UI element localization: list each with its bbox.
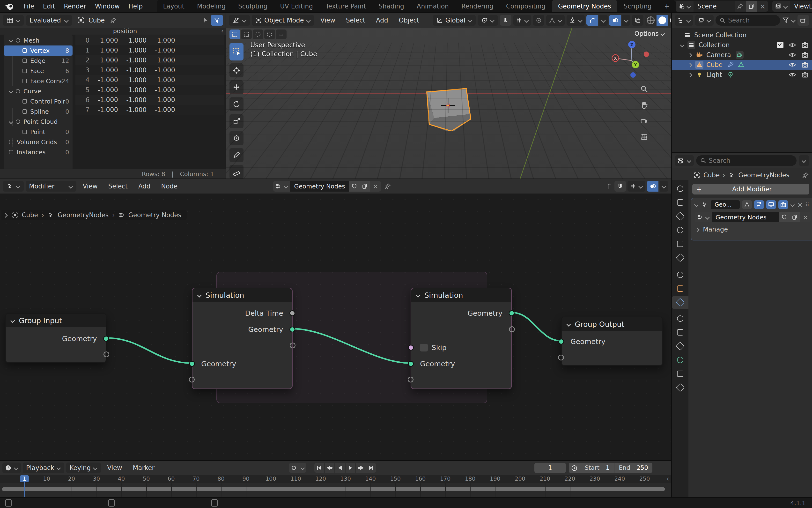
properties-tab-output[interactable] xyxy=(672,210,688,223)
tool-annotate[interactable] xyxy=(229,148,243,162)
tool-select-box[interactable] xyxy=(229,43,243,60)
tool-measure[interactable] xyxy=(229,165,243,179)
jump-to-end-button[interactable] xyxy=(366,463,376,473)
breadcrumb-modifier[interactable]: GeometryNodes xyxy=(738,171,789,179)
properties-tab-scene[interactable] xyxy=(672,237,688,250)
node-menu-view[interactable]: View xyxy=(78,183,102,190)
outliner-filter-mode-button[interactable] xyxy=(695,15,714,26)
select-mode-circle[interactable] xyxy=(253,30,263,39)
viewport-menu-object[interactable]: Object xyxy=(394,17,424,24)
snap-toggle-button[interactable] xyxy=(500,15,511,26)
node-collapse-icon[interactable] xyxy=(416,293,420,297)
zoom-view-button[interactable] xyxy=(638,83,650,95)
menu-file[interactable]: File xyxy=(19,3,39,10)
next-keyframe-button[interactable] xyxy=(356,463,366,473)
properties-tab-material[interactable] xyxy=(672,367,688,380)
viewport-menu-view[interactable]: View xyxy=(316,17,340,24)
go-to-parent-icon[interactable] xyxy=(606,183,613,190)
outliner-item-light[interactable]: Light xyxy=(672,70,812,80)
navigation-gizmo[interactable]: Z X Y xyxy=(611,39,652,80)
hide-eye-icon[interactable] xyxy=(789,51,796,58)
input-socket-skip[interactable] xyxy=(408,345,414,350)
viewport-menu-add[interactable]: Add xyxy=(372,17,393,24)
node-group-name-field[interactable]: Geometry Nodes xyxy=(712,212,779,222)
expand-icon[interactable] xyxy=(680,43,685,47)
play-reverse-button[interactable] xyxy=(335,463,345,473)
keying-menu[interactable]: Keying xyxy=(66,463,101,473)
node-simulation-output[interactable]: Simulation Geometry Skip Geometry xyxy=(411,288,512,389)
collapse-region-icon[interactable]: ‹ xyxy=(667,475,669,482)
modifier-render-toggle[interactable] xyxy=(778,200,788,209)
select-mode-lasso[interactable] xyxy=(264,30,275,39)
node-simulation-input[interactable]: Simulation Delta Time Geometry Geometry xyxy=(192,288,292,389)
properties-tab-texture[interactable] xyxy=(672,381,688,394)
viewport-menu-select[interactable]: Select xyxy=(342,17,370,24)
input-socket-geometry[interactable] xyxy=(189,361,195,367)
node-group-browse-button[interactable] xyxy=(273,181,290,192)
viewport-3d[interactable]: Object Mode View Select Add Object Globa… xyxy=(226,12,675,179)
outliner-funnel-dropdown[interactable] xyxy=(791,18,796,22)
tree-item-volume-grids[interactable]: Volume Grids0 xyxy=(4,137,73,147)
outliner-item-scene-collection[interactable]: Scene Collection xyxy=(672,30,812,40)
cube-object[interactable] xyxy=(419,73,483,131)
scene-browse-button[interactable] xyxy=(676,1,693,12)
tree-item-point-cloud[interactable]: Point Cloud xyxy=(4,117,73,127)
auto-keying-toggle[interactable] xyxy=(289,463,299,473)
fake-user-toggle[interactable] xyxy=(779,212,790,222)
viewport-editor-type-button[interactable] xyxy=(229,15,250,26)
current-frame-field[interactable]: 1 xyxy=(534,463,566,473)
properties-tab-object[interactable] xyxy=(672,282,688,295)
output-socket-geometry[interactable] xyxy=(103,336,109,342)
node-menu-add[interactable]: Add xyxy=(134,183,155,190)
render-visibility-icon[interactable] xyxy=(801,51,809,58)
path-collapse-icon[interactable] xyxy=(4,213,8,217)
node-group-browse-button[interactable] xyxy=(695,212,712,222)
node-collapse-icon[interactable] xyxy=(567,323,571,326)
modifier-drag-handle[interactable]: ⠿ xyxy=(805,202,810,208)
hide-eye-icon[interactable] xyxy=(789,71,796,78)
node-canvas[interactable]: Cube › GeometryNodes › Geometry Nodes Gr… xyxy=(0,194,671,461)
gizmo-z-neg[interactable] xyxy=(630,72,636,78)
select-mode-pick[interactable] xyxy=(276,30,286,39)
modifier-remove-button[interactable]: × xyxy=(797,201,803,209)
overlays-toggle[interactable] xyxy=(609,15,621,26)
timeline-ruler[interactable]: 1 ‹ 102030405060708090100110120130140150… xyxy=(0,475,671,483)
visibility-select[interactable] xyxy=(567,15,585,26)
auto-keying-dropdown[interactable] xyxy=(299,463,306,473)
input-socket-geometry[interactable] xyxy=(558,339,564,344)
tree-item-vertex[interactable]: Vertex8 xyxy=(4,45,73,56)
node-group-output[interactable]: Group Output Geometry xyxy=(561,316,663,366)
select-mode-tweak[interactable] xyxy=(229,30,240,39)
timeline-menu-marker[interactable]: Marker xyxy=(128,464,159,471)
input-socket-geometry[interactable] xyxy=(408,361,414,367)
menu-window[interactable]: Window xyxy=(90,3,124,10)
expand-icon[interactable] xyxy=(688,73,693,77)
outliner-item-cube[interactable]: Cube xyxy=(672,60,812,70)
hide-eye-icon[interactable] xyxy=(789,41,796,49)
output-socket-delta-time[interactable] xyxy=(289,310,295,316)
prev-keyframe-button[interactable] xyxy=(325,463,334,473)
outliner-search[interactable] xyxy=(716,15,780,26)
expand-icon[interactable] xyxy=(688,53,693,56)
output-socket-virtual[interactable] xyxy=(103,351,109,357)
tree-item-edge[interactable]: Edge12 xyxy=(4,56,73,66)
start-frame-field[interactable]: Start 1 xyxy=(580,463,614,473)
shading-solid-button[interactable] xyxy=(657,15,668,26)
timeline-editor-type-button[interactable] xyxy=(2,463,21,473)
tab-modeling[interactable]: Modeling xyxy=(191,0,232,12)
tool-move[interactable] xyxy=(229,80,243,94)
new-collection-button[interactable] xyxy=(798,15,809,26)
node-editor-type-button[interactable] xyxy=(3,181,24,192)
spreadsheet-editor-type-button[interactable] xyxy=(3,15,24,26)
path-object[interactable]: Cube xyxy=(22,211,38,219)
output-socket-virtual[interactable] xyxy=(509,326,515,332)
snap-toggle-button[interactable] xyxy=(615,181,626,192)
properties-tab-tool[interactable] xyxy=(672,182,688,195)
modifier-name-field[interactable]: Geo... xyxy=(711,200,740,209)
end-frame-field[interactable]: End 250 xyxy=(614,463,652,473)
menu-edit[interactable]: Edit xyxy=(39,3,59,10)
node-menu-select[interactable]: Select xyxy=(104,183,132,190)
proportional-edit-toggle[interactable] xyxy=(533,15,544,26)
node-collapse-icon[interactable] xyxy=(11,319,15,322)
pin-icon[interactable] xyxy=(802,172,809,178)
